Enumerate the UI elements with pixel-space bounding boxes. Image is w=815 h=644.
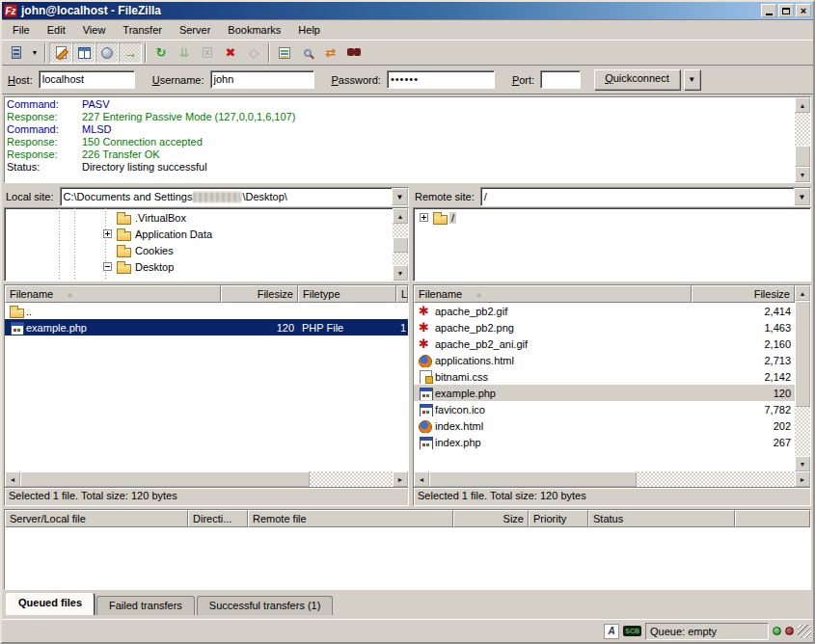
menu-file[interactable]: File [4, 21, 39, 39]
find-files-button[interactable] [342, 42, 366, 64]
filezilla-logo-icon: Fz [4, 4, 17, 17]
scroll-right-icon[interactable]: ► [393, 471, 408, 487]
binoculars-icon [347, 48, 361, 57]
username-input[interactable]: john [210, 70, 314, 89]
column-header-size[interactable]: Size [453, 510, 529, 527]
file-row[interactable]: apache_pb2.gif2,414 [414, 303, 795, 319]
toggle-remote-tree-button[interactable] [95, 42, 119, 64]
port-input[interactable] [540, 70, 581, 89]
transfer-type-icon[interactable]: A [604, 624, 619, 639]
file-row-parent-dir[interactable]: .. [5, 303, 408, 319]
expand-icon[interactable] [420, 213, 428, 222]
process-queue-button[interactable]: ⇊ [173, 42, 196, 64]
column-header-filename[interactable]: Filename▲ [414, 285, 692, 303]
reconnect-button[interactable]: ◇ [242, 42, 265, 64]
disconnect-button[interactable]: ✖ [219, 42, 242, 64]
file-row[interactable]: applications.html2,713 [414, 352, 795, 368]
red-status-indicator-icon[interactable] [785, 627, 794, 635]
column-header-modified[interactable]: L [396, 285, 408, 303]
column-header-remote-file[interactable]: Remote file [248, 510, 453, 527]
local-tree-scrollbar[interactable]: ▲ ▼ [393, 208, 408, 281]
file-row[interactable]: apache_pb2_ani.gif2,160 [414, 335, 795, 352]
close-button[interactable]: × [796, 4, 811, 17]
scroll-left-icon[interactable]: ◄ [5, 471, 20, 487]
toggle-local-tree-button[interactable] [72, 42, 95, 64]
scrollbar-thumb[interactable] [393, 237, 408, 253]
toggle-queue-button[interactable]: → [119, 42, 142, 64]
mode-badge-icon[interactable]: SCB [623, 626, 641, 636]
column-header-filetype[interactable]: Filetype [298, 285, 396, 303]
quickconnect-button[interactable]: Quickconnect [594, 69, 680, 90]
quickconnect-dropdown-button[interactable]: ▼ [684, 69, 700, 90]
expand-icon[interactable] [103, 229, 112, 238]
log-line: Command:PASV [7, 98, 793, 111]
column-header-server-local-file[interactable]: Server/Local file [5, 510, 188, 527]
column-header-filesize[interactable]: Filesize [221, 285, 298, 303]
tab-queued-files[interactable]: Queued files [6, 593, 95, 615]
column-header-filesize[interactable]: Filesize [692, 285, 795, 303]
column-header-direction[interactable]: Directi... [188, 510, 248, 527]
file-row-example-php[interactable]: example.php 120 PHP File 1 [5, 319, 408, 335]
tree-item-application-data[interactable]: Application Data [5, 226, 393, 242]
site-manager-button[interactable] [5, 42, 28, 64]
host-input[interactable]: localhost [39, 70, 135, 89]
file-row[interactable]: index.html202 [414, 417, 795, 434]
resize-grip[interactable] [798, 625, 811, 638]
collapse-icon[interactable] [103, 262, 112, 271]
minimize-button[interactable] [761, 4, 776, 17]
green-status-indicator-icon[interactable] [773, 627, 781, 635]
tab-failed-transfers[interactable]: Failed transfers [96, 596, 195, 615]
tree-item-desktop[interactable]: Desktop [5, 258, 393, 275]
file-row-example-php[interactable]: example.php120 [414, 385, 795, 401]
file-row[interactable]: apache_pb2.png1,463 [414, 319, 795, 335]
menu-edit[interactable]: Edit [39, 21, 74, 39]
queue-body [5, 527, 810, 589]
local-site-dropdown-button[interactable]: ▼ [392, 188, 408, 205]
maximize-icon [782, 8, 790, 14]
scroll-up-icon[interactable]: ▲ [393, 208, 408, 224]
log-vertical-scrollbar[interactable]: ▲ ▼ [795, 97, 810, 182]
remote-site-combo[interactable]: / ▼ [480, 187, 811, 206]
scrollbar-thumb[interactable] [795, 146, 810, 167]
tree-item-virtualbox[interactable]: .VirtualBox [5, 209, 393, 226]
local-list-hscrollbar[interactable]: ◄ ► [5, 471, 408, 487]
scrollbar-thumb[interactable] [20, 471, 310, 487]
scroll-up-icon[interactable]: ▲ [795, 285, 810, 301]
scroll-down-icon[interactable]: ▼ [795, 167, 810, 182]
column-header-status[interactable]: Status [588, 510, 735, 527]
menu-view[interactable]: View [74, 21, 115, 39]
refresh-button[interactable]: ↻ [149, 42, 173, 64]
scroll-up-icon[interactable]: ▲ [795, 97, 810, 113]
password-input[interactable]: •••••• [387, 70, 495, 89]
column-header-priority[interactable]: Priority [529, 510, 588, 527]
refresh-icon: ↻ [156, 46, 167, 59]
file-row[interactable]: bitnami.css2,142 [414, 368, 795, 385]
menu-help[interactable]: Help [289, 21, 329, 39]
toggle-message-log-button[interactable] [49, 42, 72, 64]
tab-successful-transfers[interactable]: Successful transfers (1) [197, 596, 334, 615]
tree-item-root[interactable]: / [414, 209, 810, 226]
scroll-right-icon[interactable]: ► [795, 471, 810, 487]
menu-bookmarks[interactable]: Bookmarks [219, 21, 289, 39]
menu-transfer[interactable]: Transfer [114, 21, 171, 39]
site-manager-dropdown-button[interactable]: ▼ [28, 42, 41, 64]
menu-server[interactable]: Server [171, 21, 219, 39]
scroll-left-icon[interactable]: ◄ [414, 471, 429, 487]
directory-filter-button[interactable] [273, 42, 296, 64]
remote-site-dropdown-button[interactable]: ▼ [794, 188, 810, 205]
synchronized-browsing-button[interactable]: ⇄ [319, 42, 342, 64]
compare-directories-button[interactable] [296, 42, 319, 64]
cancel-operation-button[interactable]: x [196, 42, 219, 64]
scrollbar-thumb[interactable] [429, 471, 637, 487]
scroll-down-icon[interactable]: ▼ [795, 456, 810, 471]
column-header-filename[interactable]: Filename▲ [5, 285, 221, 303]
local-site-combo[interactable]: C:\Documents and Settings\Desktop\ ▼ [60, 187, 409, 206]
maximize-button[interactable] [778, 4, 794, 17]
scrollbar-thumb[interactable] [795, 301, 810, 407]
scroll-down-icon[interactable]: ▼ [393, 265, 408, 281]
tree-item-cookies[interactable]: Cookies [5, 242, 393, 258]
remote-list-hscrollbar[interactable]: ◄ ► [414, 471, 810, 487]
file-row[interactable]: favicon.ico7,782 [414, 401, 795, 417]
file-row[interactable]: index.php267 [414, 434, 795, 450]
remote-list-scrollbar[interactable]: ▲ ▼ [795, 285, 810, 471]
